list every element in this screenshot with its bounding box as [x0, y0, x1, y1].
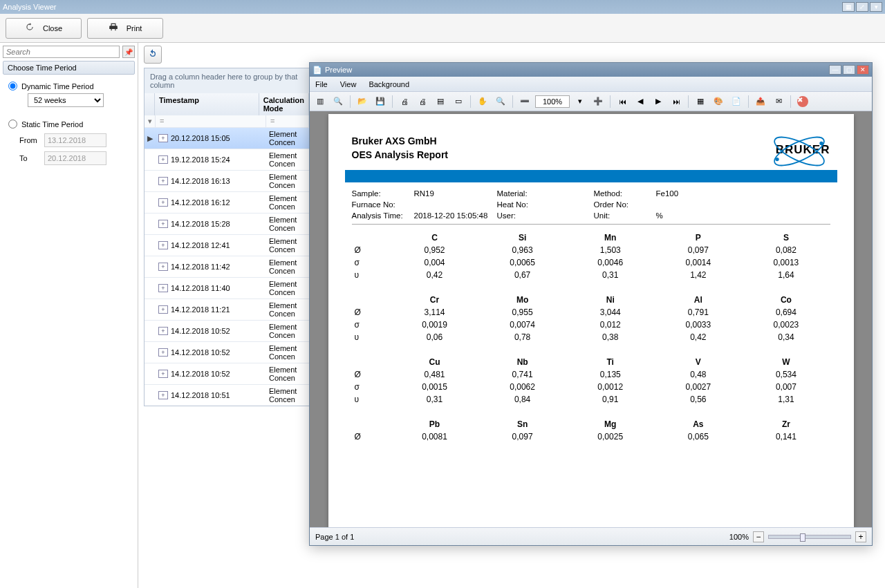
table-row[interactable]: +14.12.2018 16:13Element Concen [145, 170, 309, 191]
zoom-slider[interactable] [768, 535, 851, 539]
element-block: PbSnMgAsZrØ0,00810,0970,00250,0650,141 [352, 418, 830, 443]
table-row[interactable]: +14.12.2018 11:42Element Concen [145, 256, 309, 277]
report-divider-bar [345, 170, 837, 182]
preview-minimize-button[interactable]: — [829, 65, 841, 75]
window-grid-icon[interactable]: ▦ [842, 2, 855, 12]
expand-icon[interactable]: + [158, 155, 168, 164]
tb-search-icon[interactable]: 🔍 [330, 94, 346, 109]
preview-toolbar: ▥ 🔍 📂 💾 🖨 🖨 ▤ ▭ ✋ 🔍 ➖ ▾ ➕ ⏮ ◀ ▶ ⏭ ▦ 🎨 📄 … [310, 92, 872, 111]
tb-zoom-dropdown[interactable]: ▾ [572, 94, 588, 109]
expand-icon[interactable]: + [158, 370, 168, 378]
refresh-button[interactable] [144, 46, 162, 64]
tb-nextpage-icon[interactable]: ▶ [651, 94, 666, 109]
tb-hand-icon[interactable]: ✋ [475, 94, 490, 109]
report-info: Sample:RN19 Material: Method:Fe100 Furna… [352, 189, 830, 220]
table-row[interactable]: +14.12.2018 15:28Element Concen [145, 213, 309, 234]
page-status: Page 1 of 1 [315, 533, 354, 541]
expand-icon[interactable]: + [158, 177, 168, 185]
table-row[interactable]: +14.12.2018 10:51Element Concen [145, 384, 309, 406]
dynamic-period-radio[interactable] [8, 82, 17, 91]
expand-icon[interactable]: + [158, 263, 168, 271]
search-input[interactable] [3, 46, 120, 58]
expand-icon[interactable]: + [158, 327, 168, 335]
expand-icon[interactable]: + [158, 198, 168, 207]
zoom-minus-button[interactable]: − [753, 531, 764, 542]
tb-export-icon[interactable]: 📤 [753, 94, 768, 109]
menu-view[interactable]: View [340, 80, 357, 88]
expand-icon[interactable]: + [158, 134, 168, 142]
tb-watermark-icon[interactable]: 📄 [729, 94, 744, 109]
col-mode-header[interactable]: Calculation Mode [259, 93, 309, 115]
expand-icon[interactable]: + [158, 391, 168, 399]
print-button[interactable]: Print [87, 18, 163, 39]
filter-icon[interactable]: ▾ [145, 115, 156, 127]
tb-zoomout-icon[interactable]: ➖ [517, 94, 532, 109]
tb-magnifier-icon[interactable]: 🔍 [493, 94, 508, 109]
results-grid: Drag a column header here to group by th… [144, 68, 310, 406]
row-mode: Element Concen [266, 278, 309, 298]
expand-icon[interactable]: + [158, 241, 168, 249]
table-row[interactable]: +14.12.2018 11:21Element Concen [145, 298, 309, 320]
preview-title: Preview [325, 66, 352, 74]
window-title: Analysis Viewer [3, 3, 56, 11]
tb-lastpage-icon[interactable]: ⏭ [669, 94, 684, 109]
zoom-plus-button[interactable]: + [855, 531, 866, 542]
preview-close-button[interactable]: ✕ [857, 65, 869, 75]
table-row[interactable]: +19.12.2018 15:24Element Concen [145, 149, 309, 170]
report-title: OES Analysis Report [352, 149, 449, 162]
row-timestamp: 14.12.2018 16:12 [171, 198, 230, 207]
table-row[interactable]: +14.12.2018 10:52Element Concen [145, 363, 309, 384]
table-row[interactable]: +14.12.2018 11:40Element Concen [145, 277, 309, 298]
to-label: To [19, 154, 40, 162]
tb-stop-button[interactable]: ✖ [795, 94, 810, 109]
filter-mode[interactable]: = [266, 115, 309, 127]
from-date-input[interactable] [44, 133, 106, 147]
row-mode: Element Concen [266, 128, 309, 149]
preview-titlebar[interactable]: 📄 Preview — ▢ ✕ [310, 63, 872, 77]
to-date-input[interactable] [44, 151, 106, 165]
tb-color-icon[interactable]: 🎨 [711, 94, 726, 109]
tb-multipage-icon[interactable]: ▦ [693, 94, 708, 109]
row-mode: Element Concen [266, 192, 309, 213]
dynamic-period-select[interactable]: 52 weeks [28, 93, 104, 107]
static-period-radio[interactable] [8, 120, 17, 129]
tb-panel-icon[interactable]: ▥ [313, 94, 328, 109]
pin-button[interactable]: 📌 [122, 46, 135, 58]
row-timestamp: 14.12.2018 15:28 [171, 220, 230, 228]
tb-firstpage-icon[interactable]: ⏮ [615, 94, 630, 109]
preview-maximize-button[interactable]: ▢ [843, 65, 855, 75]
table-row[interactable]: +14.12.2018 16:12Element Concen [145, 191, 309, 213]
menu-background[interactable]: Background [369, 80, 409, 88]
tb-pagesetup-icon[interactable]: ▤ [433, 94, 448, 109]
close-button[interactable]: Close [6, 18, 82, 39]
expand-icon[interactable]: + [158, 220, 168, 228]
col-timestamp-header[interactable]: Timestamp [155, 93, 259, 115]
tb-email-icon[interactable]: ✉ [771, 94, 786, 109]
table-row[interactable]: ▶+20.12.2018 15:05Element Concen [145, 127, 309, 149]
expand-icon[interactable]: + [158, 305, 168, 314]
expand-icon[interactable]: + [158, 348, 168, 357]
filter-timestamp[interactable]: = [156, 115, 266, 127]
table-row[interactable]: +14.12.2018 10:52Element Concen [145, 341, 309, 363]
grid-group-hint[interactable]: Drag a column header here to group by th… [145, 68, 309, 93]
tb-quickprint-icon[interactable]: 🖨 [415, 94, 430, 109]
tb-scale-icon[interactable]: ▭ [451, 94, 466, 109]
main-toolbar: Close Print [0, 14, 885, 43]
dynamic-period-label: Dynamic Time Period [21, 82, 94, 91]
menu-file[interactable]: File [315, 80, 328, 88]
table-row[interactable]: +14.12.2018 10:52Element Concen [145, 320, 309, 341]
tb-open-icon[interactable]: 📂 [355, 94, 370, 109]
svg-point-2 [775, 158, 779, 161]
row-mode: Element Concen [266, 214, 309, 234]
window-expand-icon[interactable]: ⤢ [856, 2, 868, 12]
preview-viewport[interactable]: Bruker AXS GmbH OES Analysis Report BRUK… [310, 111, 872, 527]
tb-prevpage-icon[interactable]: ◀ [633, 94, 648, 109]
tb-save-icon[interactable]: 💾 [373, 94, 388, 109]
window-dropdown-icon[interactable]: ▾ [870, 2, 882, 12]
expand-icon[interactable]: + [158, 284, 168, 292]
tb-print-icon[interactable]: 🖨 [397, 94, 412, 109]
zoom-input[interactable] [535, 95, 570, 108]
svg-point-1 [770, 135, 827, 168]
table-row[interactable]: +14.12.2018 12:41Element Concen [145, 234, 309, 256]
tb-zoomin-icon[interactable]: ➕ [590, 94, 606, 109]
